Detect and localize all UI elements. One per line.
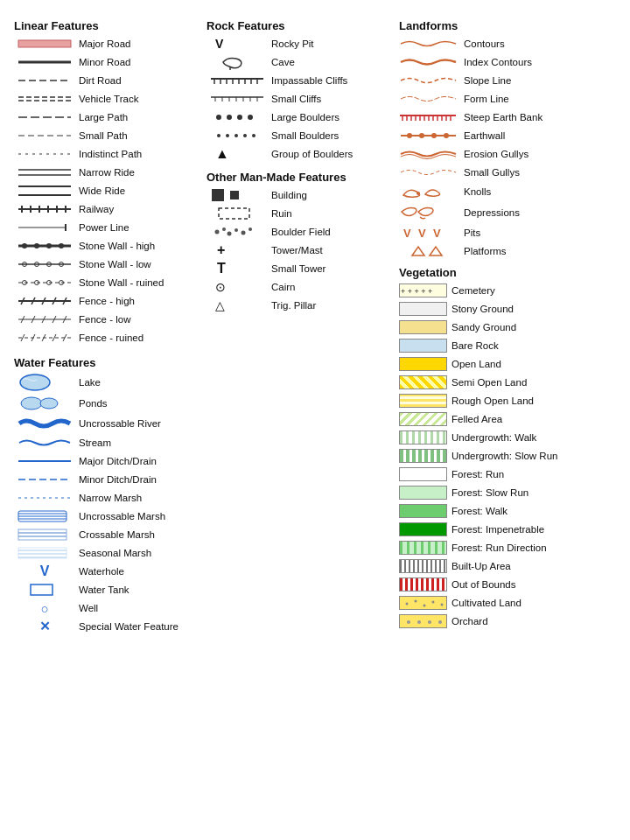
svg-point-93 xyxy=(248,115,253,120)
list-item: Large Boulders xyxy=(206,109,388,125)
small-tower-label: Small Tower xyxy=(271,263,326,274)
svg-rect-100 xyxy=(230,191,239,200)
crossable-marsh-symbol xyxy=(14,528,75,542)
list-item: Erosion Gullys xyxy=(399,146,630,162)
uncrossable-marsh-symbol xyxy=(14,509,75,523)
stone-wall-ruined-symbol xyxy=(14,277,75,288)
well-symbol: ○ xyxy=(14,601,75,616)
platforms-label: Platforms xyxy=(464,246,507,256)
undergrowth-slow-patch xyxy=(399,449,447,463)
forest-slow-run-label: Forest: Slow Run xyxy=(452,487,528,498)
list-item: Knolls xyxy=(399,183,630,200)
steep-earth-bank-label: Steep Earth Bank xyxy=(464,112,542,122)
undergrowth-walk-label: Undergrowth: Walk xyxy=(452,432,536,443)
tower-mast-label: Tower/Mast xyxy=(271,245,323,256)
earthwall-symbol xyxy=(399,130,460,142)
list-item: Vehicle Track xyxy=(14,91,196,107)
trig-pillar-symbol: △ xyxy=(206,298,268,312)
narrow-ride-symbol xyxy=(14,168,75,177)
bare-rock-patch xyxy=(399,339,447,353)
crossable-marsh-label: Crossable Marsh xyxy=(79,529,155,540)
ruin-symbol xyxy=(206,206,268,221)
bare-rock-label: Bare Rock xyxy=(452,340,499,351)
waterhole-label: Waterhole xyxy=(79,566,124,577)
special-water-symbol: ✕ xyxy=(14,619,75,634)
sandy-ground-patch xyxy=(399,320,447,334)
fence-low-label: Fence - low xyxy=(79,314,130,325)
svg-point-139 xyxy=(428,620,431,624)
list-item: Narrow Marsh xyxy=(14,490,196,506)
form-line-label: Form Line xyxy=(464,94,509,104)
impassable-cliffs-label: Impassable Cliffs xyxy=(271,75,347,86)
svg-rect-71 xyxy=(31,584,52,595)
forest-run-label: Forest: Run xyxy=(452,469,504,480)
large-boulders-label: Large Boulders xyxy=(271,112,340,122)
forest-walk-label: Forest: Walk xyxy=(452,506,508,516)
svg-point-22 xyxy=(22,243,27,248)
index-contours-label: Index Contours xyxy=(464,57,532,67)
list-item: Building xyxy=(206,187,388,203)
large-path-label: Large Path xyxy=(79,112,128,122)
list-item: Indistinct Path xyxy=(14,146,196,162)
steep-earth-bank-symbol xyxy=(399,112,460,122)
wide-ride-label: Wide Ride xyxy=(79,186,125,196)
list-item: Form Line xyxy=(399,91,630,107)
list-item: + Tower/Mast xyxy=(206,242,388,258)
list-item: V V V Pits xyxy=(399,225,630,241)
list-item: Undergrowth: Slow Run xyxy=(399,448,630,464)
list-item: Ruin xyxy=(206,206,388,221)
cemetery-patch xyxy=(399,284,447,298)
list-item: Cultivated Land xyxy=(399,595,630,611)
well-label: Well xyxy=(79,603,98,613)
list-item: Contours xyxy=(399,36,630,52)
svg-point-124 xyxy=(431,133,437,138)
railway-symbol xyxy=(14,204,75,214)
cairn-label: Cairn xyxy=(271,282,295,292)
svg-text:V: V xyxy=(403,227,411,240)
list-item: Seasonal Marsh xyxy=(14,545,196,561)
slope-line-label: Slope Line xyxy=(464,75,511,86)
column-1: Linear Features Major Road Minor Road Di… xyxy=(9,9,201,640)
svg-point-135 xyxy=(432,601,435,604)
cave-label: Cave xyxy=(271,57,295,67)
special-water-label: Special Water Feature xyxy=(79,621,178,632)
svg-point-25 xyxy=(59,243,64,248)
ruin-label: Ruin xyxy=(271,208,292,219)
list-item: Narrow Ride xyxy=(14,164,196,180)
cairn-icon: ⊙ xyxy=(215,280,226,294)
felled-area-patch xyxy=(399,412,447,426)
water-tank-symbol xyxy=(14,582,75,598)
open-land-label: Open Land xyxy=(452,359,501,369)
svg-point-138 xyxy=(417,620,421,624)
narrow-marsh-label: Narrow Marsh xyxy=(79,493,142,503)
orchard-patch xyxy=(399,614,447,628)
major-ditch-symbol xyxy=(14,458,75,465)
boulder-field-symbol xyxy=(206,226,268,238)
list-item: Small Path xyxy=(14,128,196,144)
indistinct-path-symbol xyxy=(14,150,75,158)
svg-text:V: V xyxy=(433,227,441,240)
list-item: Stone Wall - high xyxy=(14,238,196,254)
fence-ruined-symbol xyxy=(14,332,75,343)
group-boulders-icon: ▲ xyxy=(215,146,229,162)
list-item: Open Land xyxy=(399,356,630,372)
stone-wall-high-label: Stone Wall - high xyxy=(79,241,155,251)
group-of-boulders-symbol: ▲ xyxy=(206,146,268,162)
water-tank-label: Water Tank xyxy=(79,584,130,595)
waterhole-icon: V xyxy=(40,564,50,579)
svg-point-105 xyxy=(234,228,238,232)
svg-point-91 xyxy=(227,115,232,120)
stone-wall-high-symbol xyxy=(14,241,75,251)
svg-point-55 xyxy=(21,397,42,410)
svg-point-133 xyxy=(415,600,417,603)
list-item: Semi Open Land xyxy=(399,374,630,390)
list-item: Stone Wall - ruined xyxy=(14,275,196,290)
undergrowth-walk-patch xyxy=(399,430,447,444)
list-item: ▲ Group of Boulders xyxy=(206,146,388,162)
svg-point-134 xyxy=(424,605,426,607)
list-item: Forest: Walk xyxy=(399,503,630,519)
trig-pillar-label: Trig. Pillar xyxy=(271,300,316,311)
stony-ground-patch xyxy=(399,302,447,316)
manmade-title: Other Man-Made Features xyxy=(206,171,388,184)
platforms-symbol xyxy=(399,243,460,259)
